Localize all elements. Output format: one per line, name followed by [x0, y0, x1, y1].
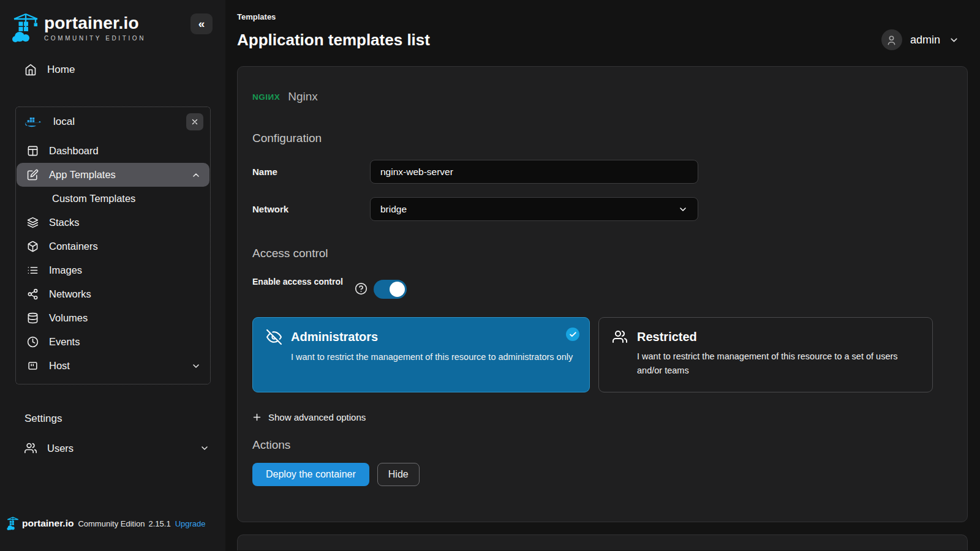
- eye-off-icon: [266, 329, 282, 345]
- home-icon: [24, 64, 37, 76]
- name-input[interactable]: [370, 160, 698, 184]
- sidebar-item-custom-templates[interactable]: Custom Templates: [17, 187, 209, 211]
- access-option-title: Administrators: [291, 330, 378, 344]
- sidebar-item-stacks[interactable]: Stacks: [17, 211, 209, 234]
- sidebar-item-label: Custom Templates: [52, 193, 135, 204]
- selected-check-icon: [566, 328, 579, 341]
- server-icon: [26, 360, 39, 372]
- sidebar-item-home[interactable]: Home: [24, 64, 225, 76]
- footer-edition: Community Edition: [78, 519, 145, 528]
- sidebar-item-containers[interactable]: Containers: [17, 234, 209, 258]
- clock-icon: [26, 336, 39, 348]
- edit-icon: [26, 169, 39, 181]
- template-panel: NGIИX Nginx Configuration Name Network b…: [237, 66, 968, 522]
- environment-box: local Dashboard App Templates Custom Tem…: [15, 107, 211, 384]
- configuration-section-title: Configuration: [252, 132, 933, 145]
- breadcrumb[interactable]: Templates: [237, 12, 968, 21]
- access-option-description: I want to restrict the management of thi…: [637, 350, 920, 378]
- double-chevron-left-icon: «: [198, 17, 205, 31]
- deploy-container-button[interactable]: Deploy the container: [252, 463, 369, 486]
- access-option-restricted[interactable]: Restricted I want to restrict the manage…: [598, 317, 933, 392]
- show-advanced-options-link[interactable]: Show advanced options: [252, 412, 933, 422]
- network-select[interactable]: bridge: [370, 197, 698, 221]
- sidebar-item-users[interactable]: Users: [24, 442, 217, 454]
- sidebar-item-images[interactable]: Images: [17, 258, 209, 282]
- portainer-logo-icon: [6, 515, 20, 531]
- sidebar-item-label: Events: [49, 336, 80, 348]
- users-icon: [24, 442, 37, 454]
- access-option-description: I want to restrict the management of thi…: [291, 350, 577, 364]
- sidebar-footer: portainer.io Community Edition 2.15.1 Up…: [6, 515, 206, 531]
- chevron-down-icon: [949, 35, 959, 45]
- user-name: admin: [910, 34, 940, 47]
- access-option-administrators[interactable]: Administrators I want to restrict the ma…: [252, 317, 590, 392]
- plus-icon: [252, 413, 262, 422]
- nginx-logo: NGIИX: [252, 92, 280, 102]
- chevron-down-icon: [200, 443, 209, 453]
- close-environment-button[interactable]: [186, 113, 203, 130]
- brand-name: portainer.io: [44, 13, 146, 33]
- toggle-knob: [390, 282, 405, 297]
- sidebar-item-dashboard[interactable]: Dashboard: [17, 139, 209, 163]
- access-option-title: Restricted: [637, 330, 697, 344]
- sidebar-item-label: Images: [49, 264, 82, 276]
- enable-access-control-label: Enable access control: [252, 275, 347, 288]
- sidebar-item-host[interactable]: Host: [17, 354, 209, 378]
- sidebar-item-label: Home: [47, 64, 75, 76]
- access-control-section-title: Access control: [252, 247, 933, 260]
- docker-icon: [24, 115, 42, 129]
- settings-section-label: Settings: [24, 413, 225, 425]
- sidebar-item-events[interactable]: Events: [17, 330, 209, 354]
- upgrade-link[interactable]: Upgrade: [175, 519, 206, 528]
- sidebar-item-label: App Templates: [49, 169, 116, 181]
- sidebar-item-label: Networks: [49, 288, 91, 300]
- page-title: Application templates list: [237, 31, 430, 50]
- person-icon: [886, 34, 897, 46]
- sidebar-item-label: Stacks: [49, 217, 80, 228]
- show-advanced-options-label: Show advanced options: [268, 412, 366, 422]
- footer-brand: portainer.io: [22, 518, 74, 529]
- chevron-down-icon: [678, 204, 688, 214]
- sidebar-collapse-button[interactable]: «: [190, 13, 213, 34]
- sidebar-item-label: Dashboard: [49, 145, 99, 157]
- actions-section-title: Actions: [252, 438, 933, 452]
- access-control-toggle[interactable]: [374, 280, 407, 299]
- name-label: Name: [252, 167, 370, 177]
- sidebar-item-volumes[interactable]: Volumes: [17, 306, 209, 330]
- sidebar-item-label: Host: [49, 360, 70, 372]
- help-icon[interactable]: [355, 282, 368, 295]
- close-icon: [190, 118, 199, 126]
- sidebar-item-label: Containers: [49, 241, 98, 252]
- next-template-panel: [237, 534, 968, 550]
- network-selected-value: bridge: [380, 204, 678, 215]
- hide-button[interactable]: Hide: [377, 463, 420, 486]
- sidebar-item-label: Users: [47, 443, 74, 454]
- brand-edition: COMMUNITY EDITION: [44, 35, 146, 42]
- database-icon: [26, 312, 39, 324]
- layout-icon: [26, 145, 39, 157]
- avatar: [881, 29, 902, 50]
- box-icon: [26, 241, 39, 252]
- layers-icon: [26, 217, 39, 228]
- chevron-down-icon: [191, 361, 201, 371]
- environment-header[interactable]: local: [17, 111, 209, 134]
- list-icon: [26, 264, 39, 276]
- footer-version: 2.15.1: [149, 519, 171, 528]
- network-label: Network: [252, 204, 370, 214]
- chevron-up-icon: [191, 170, 201, 180]
- sidebar-item-app-templates[interactable]: App Templates: [17, 163, 209, 187]
- template-title: Nginx: [288, 90, 318, 103]
- sidebar-item-networks[interactable]: Networks: [17, 282, 209, 306]
- portainer-logo-icon: [11, 12, 40, 43]
- sidebar-item-label: Volumes: [49, 312, 88, 324]
- users-icon: [612, 329, 628, 344]
- share-icon: [26, 288, 39, 300]
- user-menu[interactable]: admin: [881, 29, 959, 50]
- environment-name: local: [53, 116, 75, 128]
- main-content: Templates Application templates list adm…: [225, 0, 980, 551]
- sidebar: portainer.io COMMUNITY EDITION « Home lo…: [0, 0, 225, 551]
